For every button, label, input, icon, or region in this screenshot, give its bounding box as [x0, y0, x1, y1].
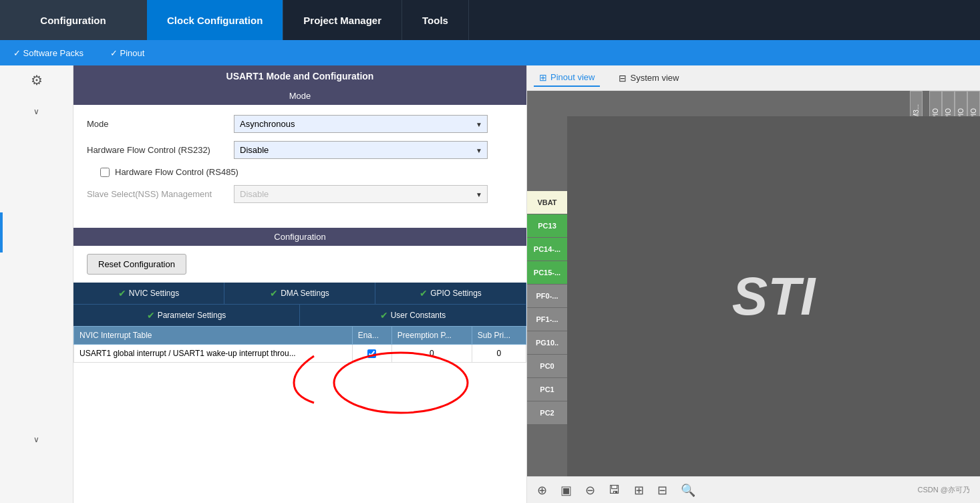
- zoom-in-icon[interactable]: ⊕: [537, 483, 547, 498]
- mode-select-wrapper: Asynchronous Synchronous: [234, 115, 488, 133]
- left-side-pins: VBAT PC13 PC14-... PC15-... PF0-... PF1-…: [527, 191, 567, 424]
- hw-flow-rs232-row: Hardware Flow Control (RS232) Disable En…: [87, 141, 513, 159]
- hw-flow-rs232-label: Hardware Flow Control (RS232): [87, 145, 227, 155]
- tab-tools-label: Tools: [422, 15, 448, 26]
- export-icon[interactable]: ⊞: [634, 483, 644, 498]
- annotation-area: [73, 363, 526, 416]
- interrupt-sub-priority: 0: [472, 345, 526, 363]
- interrupt-name: USART1 global interrupt / USART1 wake-up…: [74, 345, 353, 363]
- search-icon[interactable]: 🔍: [681, 483, 695, 498]
- tab-project-manager[interactable]: Project Manager: [283, 0, 402, 40]
- hw-flow-rs485-checkbox[interactable]: [100, 168, 110, 177]
- pin-pf0[interactable]: PF0-...: [527, 285, 567, 307]
- tab-configuration[interactable]: Configuration: [0, 0, 147, 40]
- system-view-label: System view: [630, 73, 679, 83]
- fit-view-icon[interactable]: ▣: [560, 483, 572, 498]
- config-tabs-row1: ✔ NVIC Settings ✔ DMA Settings ✔ GPIO Se…: [73, 283, 526, 304]
- tab-clock-configuration-label: Clock Configuration: [167, 15, 263, 26]
- hw-flow-rs485-row: Hardware Flow Control (RS485): [87, 167, 513, 177]
- watermark: CSDN @亦可乃: [918, 485, 970, 495]
- tab-system-view[interactable]: ⊟ System view: [613, 70, 684, 86]
- sidebar-indicator: [0, 212, 3, 253]
- col-sub-priority: Sub Pri...: [472, 327, 526, 345]
- slave-select-row: Slave Select(NSS) Management Disable: [87, 185, 513, 203]
- gpio-check-icon: ✔: [420, 288, 428, 299]
- tab-parameter-settings[interactable]: ✔ Parameter Settings: [73, 305, 300, 326]
- main-container: ⚙ ∨ ∨ USART1 Mode and Configuration Mode…: [0, 65, 980, 503]
- nvic-interrupt-table: NVIC Interrupt Table Ena... Preemption P…: [73, 326, 526, 363]
- chip-logo: STI: [732, 266, 815, 327]
- config-section: Configuration Reset Configuration ✔ NVIC…: [73, 228, 526, 416]
- top-navigation: Configuration Clock Configuration Projec…: [0, 0, 980, 40]
- nvic-check-icon: ✔: [118, 288, 126, 299]
- sub-nav-pinout[interactable]: ✓ Pinout: [110, 48, 144, 58]
- hw-flow-rs232-select-wrapper: Disable Enable: [234, 141, 488, 159]
- sub-nav-software-packs-label: ✓ Software Packs: [13, 48, 84, 58]
- tab-tools[interactable]: Tools: [402, 0, 469, 40]
- tab-user-constants[interactable]: ✔ User Constants: [300, 305, 526, 326]
- slave-select[interactable]: Disable: [234, 185, 488, 203]
- view-tabs-header: ⊞ Pinout view ⊟ System view: [527, 65, 980, 91]
- pin-pc0[interactable]: PC0: [527, 355, 567, 377]
- param-check-icon: ✔: [147, 310, 155, 321]
- pin-pc13[interactable]: PC13: [527, 214, 567, 237]
- sub-navigation: ✓ Software Packs ✓ Pinout: [0, 40, 980, 65]
- nvic-settings-label: NVIC Settings: [129, 289, 179, 298]
- col-preemption: Preemption P...: [391, 327, 472, 345]
- mode-form: Mode Asynchronous Synchronous Hardware F…: [73, 105, 526, 221]
- config-section-header: Configuration: [73, 228, 526, 246]
- mode-select[interactable]: Asynchronous Synchronous: [234, 115, 488, 133]
- panel-title: USART1 Mode and Configuration: [73, 65, 526, 87]
- parameter-settings-label: Parameter Settings: [158, 311, 226, 320]
- zoom-out-icon[interactable]: ⊖: [585, 483, 595, 498]
- config-tabs-row2: ✔ Parameter Settings ✔ User Constants: [73, 304, 526, 326]
- dma-check-icon: ✔: [270, 288, 278, 299]
- tab-project-manager-label: Project Manager: [303, 15, 381, 26]
- col-nvic-name: NVIC Interrupt Table: [74, 327, 353, 345]
- table-row: USART1 global interrupt / USART1 wake-up…: [74, 345, 526, 363]
- sub-nav-pinout-label: ✓ Pinout: [110, 48, 144, 58]
- tab-clock-configuration[interactable]: Clock Configuration: [147, 0, 283, 40]
- tab-pinout-view[interactable]: ⊞ Pinout view: [534, 69, 600, 87]
- tab-configuration-label: Configuration: [40, 15, 106, 26]
- mode-section-header: Mode: [73, 87, 526, 105]
- dma-settings-label: DMA Settings: [281, 289, 329, 298]
- interrupt-enabled-checkbox[interactable]: [367, 349, 376, 358]
- user-constants-label: User Constants: [391, 311, 446, 320]
- expand-arrow-icon[interactable]: ∨: [33, 107, 39, 116]
- hw-flow-rs485-label: Hardware Flow Control (RS485): [115, 167, 238, 177]
- gear-icon[interactable]: ⚙: [31, 72, 43, 88]
- collapse-arrow-icon[interactable]: ∨: [33, 435, 39, 444]
- reset-configuration-button[interactable]: Reset Configuration: [87, 254, 186, 275]
- pin-pc14[interactable]: PC14-...: [527, 238, 567, 261]
- tab-dma-settings[interactable]: ✔ DMA Settings: [224, 283, 375, 304]
- interrupt-preemption: 0: [391, 345, 472, 363]
- sub-nav-software-packs[interactable]: ✓ Software Packs: [13, 48, 84, 58]
- pin-pc1[interactable]: PC1: [527, 378, 567, 401]
- mode-row: Mode Asynchronous Synchronous: [87, 115, 513, 133]
- system-view-icon: ⊟: [619, 73, 627, 83]
- hw-flow-rs232-select[interactable]: Disable Enable: [234, 141, 488, 159]
- center-panel: USART1 Mode and Configuration Mode Mode …: [73, 65, 527, 503]
- slave-select-wrapper: Disable: [234, 185, 488, 203]
- pin-vbat[interactable]: VBAT: [527, 191, 567, 214]
- pinout-view-label: Pinout view: [550, 72, 595, 82]
- pin-pc15[interactable]: PC15-...: [527, 261, 567, 284]
- col-enabled: Ena...: [352, 327, 391, 345]
- interrupt-enabled: [352, 345, 391, 363]
- mode-label: Mode: [87, 119, 227, 129]
- pin-pg10[interactable]: PG10..: [527, 331, 567, 354]
- right-panel: ⊞ Pinout view ⊟ System view TIM3... GPIO…: [527, 65, 980, 503]
- pin-diagram: TIM3... GPIO GPIO GPIO GPIO VDD VSS PB9 …: [527, 91, 980, 503]
- tab-nvic-settings[interactable]: ✔ NVIC Settings: [73, 283, 224, 304]
- tab-gpio-settings[interactable]: ✔ GPIO Settings: [375, 283, 526, 304]
- pin-pc2[interactable]: PC2: [527, 401, 567, 424]
- left-sidebar: ⚙ ∨ ∨: [0, 65, 73, 503]
- save-icon[interactable]: 🖫: [609, 483, 621, 497]
- bottom-toolbar: ⊕ ▣ ⊖ 🖫 ⊞ ⊟ 🔍 CSDN @亦可乃: [527, 476, 980, 503]
- pin-pc13-wrapper: PC13: [527, 214, 567, 237]
- grid-icon[interactable]: ⊟: [657, 483, 667, 498]
- user-check-icon: ✔: [380, 310, 388, 321]
- pin-pf1[interactable]: PF1-...: [527, 308, 567, 331]
- chip-body: STI: [567, 116, 980, 476]
